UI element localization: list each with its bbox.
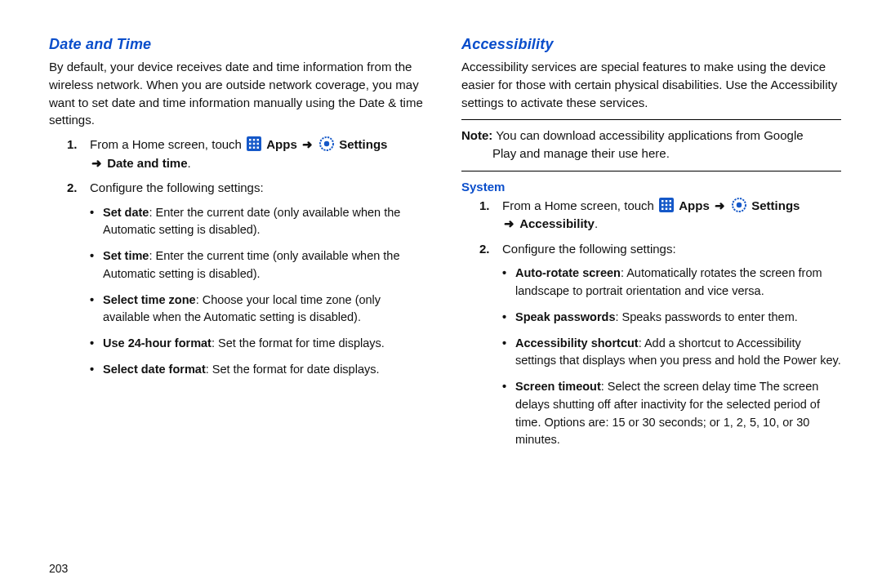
svg-rect-17 [666,204,668,207]
nav-target: Date and time [107,156,187,170]
apps-label: Apps [679,198,710,212]
steps-date-time: From a Home screen, touch Apps ➜ [67,136,429,198]
settings-icon [319,136,334,151]
note-line2: Play and manage their use here. [461,145,841,163]
steps-accessibility: From a Home screen, touch Apps ➜ [479,197,841,259]
bullets-date-time: Set date: Enter the current date (only a… [90,204,429,379]
svg-rect-21 [670,207,672,210]
svg-rect-1 [249,139,252,141]
page-number: 203 [49,562,68,575]
svg-rect-7 [249,147,252,149]
bullet-auto-rotate: Auto-rotate screen: Automatically rotate… [502,265,841,301]
subheading-system: System [461,180,841,194]
bullet-label: Speak passwords [515,310,616,323]
bullet-use-24-hour: Use 24-hour format: Set the format for t… [90,335,429,353]
svg-point-23 [737,203,742,207]
apps-icon [247,136,261,151]
bullet-label: Set date [103,206,149,219]
svg-rect-20 [666,207,668,210]
nav-target: Accessibility [519,216,595,230]
arrow-icon: ➜ [90,156,104,170]
bullet-label: Select date format [103,363,206,376]
note-rule-bottom [461,171,841,172]
arrow-icon: ➜ [713,198,727,212]
note-label: Note: [461,128,492,142]
svg-rect-6 [257,143,260,145]
step-2-accessibility: Configure the following settings: [479,240,841,259]
bullet-label: Auto-rotate screen [515,266,621,279]
note-line1: You can download accessibility applicati… [492,128,803,142]
bullet-accessibility-shortcut: Accessibility shortcut: Add a shortcut t… [502,335,841,371]
section-heading-date-time: Date and Time [49,36,429,53]
bullet-desc: : Set the format for time displays. [212,336,385,350]
bullet-desc: : Set the format for date displays. [206,363,380,376]
svg-rect-3 [257,139,260,141]
svg-rect-19 [662,207,664,210]
bullet-label: Select time zone [103,293,196,306]
bullet-select-date-format: Select date format: Set the format for d… [90,361,429,379]
manual-page: Date and Time By default, your device re… [0,0,882,588]
settings-icon [732,198,746,212]
intro-accessibility: Accessibility services are special featu… [461,58,841,111]
svg-rect-15 [670,200,672,203]
svg-rect-5 [253,143,256,145]
apps-label: Apps [266,137,297,151]
svg-rect-4 [249,143,252,145]
apps-icon [659,198,674,212]
svg-rect-8 [253,147,256,149]
arrow-icon: ➜ [502,216,516,230]
svg-rect-2 [253,139,256,141]
bullet-label: Set time [103,249,149,262]
arrow-icon: ➜ [301,137,314,151]
bullet-label: Use 24-hour format [103,336,212,350]
section-heading-accessibility: Accessibility [461,36,841,53]
svg-rect-18 [670,204,672,207]
bullet-desc: : Speaks passwords to enter them. [616,310,798,323]
bullet-screen-timeout: Screen timeout: Select the screen delay … [502,378,841,449]
bullet-select-time-zone: Select time zone: Choose your local time… [90,292,429,327]
note-accessibility: Note: You can download accessibility app… [461,127,841,163]
bullets-accessibility: Auto-rotate screen: Automatically rotate… [502,265,841,449]
step-1-date-time: From a Home screen, touch Apps ➜ [67,136,429,172]
note-rule-top [461,119,841,120]
step-1-accessibility: From a Home screen, touch Apps ➜ [479,197,841,234]
bullet-speak-passwords: Speak passwords: Speaks passwords to ent… [502,309,841,327]
svg-rect-13 [662,200,664,203]
svg-rect-9 [257,147,260,149]
step-2-date-time: Configure the following settings: [67,179,429,198]
settings-label: Settings [339,137,387,151]
bullet-label: Accessibility shortcut [515,336,639,350]
step-text: From a Home screen, touch [90,137,242,151]
bullet-label: Screen timeout [515,380,601,393]
intro-date-time: By default, your device receives date an… [49,58,429,129]
column-left: Date and Time By default, your device re… [49,33,429,572]
svg-rect-16 [662,204,664,207]
step-text: From a Home screen, touch [502,198,654,212]
bullet-set-time: Set time: Enter the current time (only a… [90,247,429,283]
svg-point-11 [324,141,329,146]
column-right: Accessibility Accessibility services are… [461,33,841,572]
bullet-set-date: Set date: Enter the current date (only a… [90,204,429,240]
settings-label: Settings [751,198,800,212]
svg-rect-14 [666,200,668,203]
